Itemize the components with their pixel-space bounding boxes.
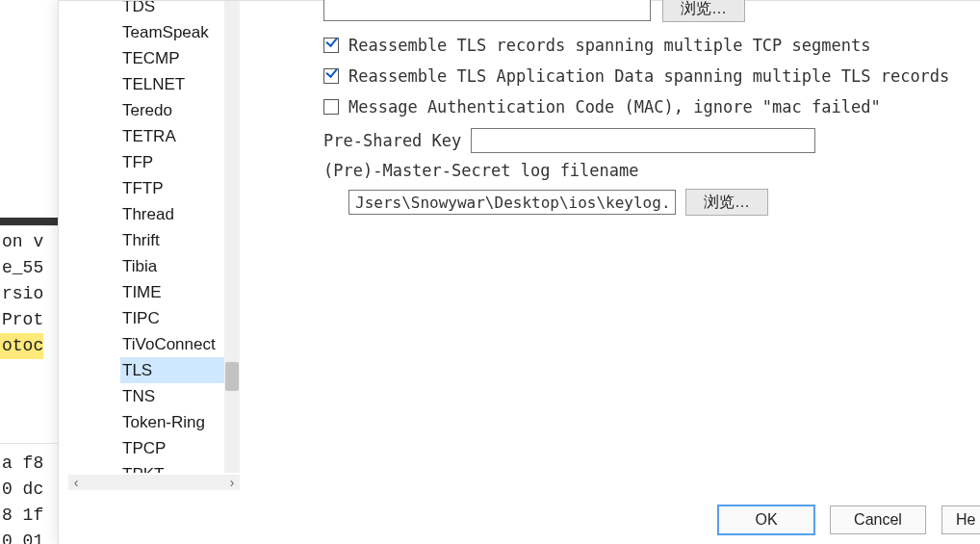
top-file-input[interactable] — [323, 0, 651, 21]
bg-text: 0 dc — [0, 477, 43, 503]
psk-input[interactable] — [471, 128, 815, 153]
protocol-item-tls[interactable]: TLS — [120, 357, 228, 383]
protocol-list-hscrollbar[interactable]: ‹ › — [68, 475, 240, 490]
bg-text: Prot — [0, 307, 43, 333]
bg-text: a f8 — [0, 451, 43, 477]
cancel-button[interactable]: Cancel — [830, 505, 926, 534]
protocol-item-tivoconnect[interactable]: TiVoConnect — [120, 331, 228, 357]
protocol-item-tftp[interactable]: TFTP — [120, 175, 228, 201]
protocol-item-tibia[interactable]: Tibia — [120, 253, 228, 279]
protocol-item-token-ring[interactable]: Token-Ring — [120, 409, 228, 435]
protocol-item-time[interactable]: TIME — [120, 279, 228, 305]
bg-text: 8 1f — [0, 503, 43, 529]
protocol-item-tecmp[interactable]: TECMP — [120, 45, 228, 71]
checkbox-icon[interactable] — [323, 99, 339, 115]
background-editor-strip: on v e_55 rsio Prot otoc a f8 0 dc 8 1f … — [0, 0, 58, 544]
protocol-item-telnet[interactable]: TELNET — [120, 71, 228, 97]
checkbox-icon[interactable] — [323, 68, 339, 84]
checkbox-label: Message Authentication Code (MAC), ignor… — [348, 97, 881, 117]
protocol-list[interactable]: TDSTeamSpeakTECMPTELNETTeredoTETRATFPTFT… — [68, 1, 240, 473]
checkbox-label: Reassemble TLS records spanning multiple… — [348, 36, 870, 55]
keylog-input[interactable] — [348, 190, 676, 215]
protocol-item-tpkt[interactable]: TPKT — [120, 461, 228, 473]
protocol-list-vscrollbar[interactable] — [224, 1, 240, 473]
protocol-item-tns[interactable]: TNS — [120, 383, 228, 409]
checkbox-label: Reassemble TLS Application Data spanning… — [348, 66, 949, 86]
preferences-dialog: TDSTeamSpeakTECMPTELNETTeredoTETRATFPTFT… — [58, 0, 980, 544]
checkbox-mac-ignore[interactable]: Message Authentication Code (MAC), ignor… — [323, 97, 949, 117]
bg-text-highlight: otoc — [0, 333, 43, 359]
top-browse-button[interactable]: 浏览… — [662, 0, 745, 22]
vscroll-thumb[interactable] — [225, 362, 239, 391]
bg-text: rsio — [0, 281, 43, 307]
dialog-button-bar: OK Cancel He — [718, 505, 980, 534]
top-file-row: 浏览… — [323, 0, 745, 22]
hscroll-right-arrow[interactable]: › — [224, 475, 240, 490]
protocol-item-tds[interactable]: TDS — [120, 1, 228, 19]
keylog-browse-button[interactable]: 浏览… — [685, 189, 768, 216]
help-button[interactable]: He — [941, 505, 980, 534]
protocol-item-thrift[interactable]: Thrift — [120, 227, 228, 253]
bg-text: 0 01 — [0, 529, 43, 544]
protocol-item-teamspeak[interactable]: TeamSpeak — [120, 19, 228, 45]
protocol-item-tetra[interactable]: TETRA — [120, 123, 228, 149]
protocol-item-tfp[interactable]: TFP — [120, 149, 228, 175]
protocol-item-teredo[interactable]: Teredo — [120, 97, 228, 123]
ok-button[interactable]: OK — [718, 505, 814, 534]
bg-text: on v — [0, 229, 43, 255]
keylog-label: (Pre)-Master-Secret log filename — [323, 161, 639, 180]
protocol-settings-pane: 浏览… Reassemble TLS records spanning mult… — [261, 1, 980, 486]
checkbox-reassemble-tcp[interactable]: Reassemble TLS records spanning multiple… — [323, 36, 949, 55]
protocol-item-thread[interactable]: Thread — [120, 201, 228, 227]
checkbox-icon[interactable] — [323, 38, 339, 53]
protocol-item-tpcp[interactable]: TPCP — [120, 435, 228, 461]
checkbox-reassemble-appdata[interactable]: Reassemble TLS Application Data spanning… — [323, 66, 949, 86]
hscroll-left-arrow[interactable]: ‹ — [68, 475, 84, 490]
bg-text: e_55 — [0, 255, 43, 281]
psk-label: Pre-Shared Key — [323, 131, 461, 150]
protocol-item-tipc[interactable]: TIPC — [120, 305, 228, 331]
